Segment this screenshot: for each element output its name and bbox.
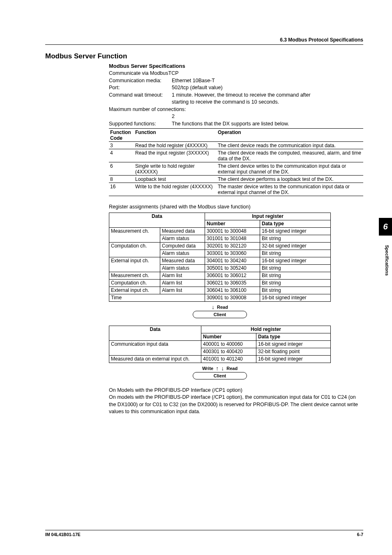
reg-assign-text: Register assignments (shared with the Mo… xyxy=(109,204,363,211)
sub-heading: Modbus Server Specifications xyxy=(109,63,363,69)
table-row: External input ch. Alarm list 306041 to … xyxy=(109,287,331,294)
supported-label: Supported functions: xyxy=(109,120,172,128)
input-register-table: Data Input register Number Data type Mea… xyxy=(109,213,331,302)
table-row: Computation ch. Computed data 302001 to … xyxy=(109,242,331,250)
reg-th-data: Data xyxy=(109,213,205,227)
table-row: Measured data on external input ch. 4010… xyxy=(109,355,331,363)
hold-th-type: Data type xyxy=(256,333,331,340)
table-row: Time 309001 to 309008 16-bit signed inte… xyxy=(109,294,331,301)
read-arrow-diagram: ↓ Read xyxy=(109,304,331,310)
table-row: 6 Single write to hold register (4XXXXX)… xyxy=(109,162,363,176)
table-row: External input ch. Measured data 304001 … xyxy=(109,257,331,264)
table-row: Communication input data 400001 to 40006… xyxy=(109,340,331,348)
function-table: Function Code Function Operation 3 Read … xyxy=(109,128,363,196)
table-row: 16 Write to the hold register (4XXXXX) T… xyxy=(109,183,363,196)
client-bubble: Client xyxy=(193,311,247,318)
hold-th-number: Number xyxy=(201,333,256,340)
table-row: Measurement ch. Alarm list 306001 to 306… xyxy=(109,272,331,279)
cmd-wait-value1: 1 minute. However, the timeout to receiv… xyxy=(172,92,363,99)
write-read-arrow-diagram: Write ↑ ↓ Read xyxy=(109,365,331,371)
arrow-down-icon: ↓ xyxy=(212,304,214,310)
cmd-wait-value2: starting to receive the command is 10 se… xyxy=(172,99,363,106)
read-label: Read xyxy=(217,305,228,310)
comm-media-value: Ethernet 10Base-T xyxy=(172,77,363,85)
reg-th-input: Input register xyxy=(205,213,331,220)
read-label: Read xyxy=(226,366,238,371)
max-conn-value: 2 xyxy=(172,113,363,120)
page-footer: IM 04L41B01-17E 6-7 xyxy=(45,530,363,537)
cmd-wait-label: Command wait timeout: xyxy=(109,92,172,99)
arrow-up-icon: ↑ xyxy=(216,365,219,371)
chapter-tab: 6 xyxy=(379,218,392,236)
hold-register-table: Data Hold register Number Data type Comm… xyxy=(109,326,331,363)
reg-th-type: Data type xyxy=(260,220,331,227)
port-value: 502/tcp (default value) xyxy=(172,84,363,92)
profibus-heading: On Models with the PROFIBUS-DP Interface… xyxy=(109,387,363,394)
table-row: Measurement ch. Measured data 300001 to … xyxy=(109,227,331,235)
client-bubble: Client xyxy=(193,372,247,379)
main-heading: Modbus Server Function xyxy=(45,52,363,60)
profibus-body: On models with the PROFIBUS-DP interface… xyxy=(109,394,363,416)
supported-value: The functions that the DX supports are l… xyxy=(172,120,363,128)
chapter-label: Specifications xyxy=(385,245,390,276)
table-row: Computation ch. Alarm list 306021 to 306… xyxy=(109,279,331,287)
hold-th-hold: Hold register xyxy=(201,326,331,333)
func-th-func: Function xyxy=(134,129,217,142)
hold-th-data: Data xyxy=(109,326,201,340)
func-th-code: Function Code xyxy=(109,129,134,142)
table-row: 3 Read the hold register (4XXXXX) The cl… xyxy=(109,142,363,149)
table-row: 4 Read the input register (3XXXXX) The c… xyxy=(109,149,363,162)
footer-left: IM 04L41B01-17E xyxy=(45,532,81,537)
write-label: Write xyxy=(202,366,213,371)
table-row: 8 Loopback test The client device perfor… xyxy=(109,176,363,183)
comm-media-label: Communication media: xyxy=(109,77,172,85)
intro-text: Communicate via ModbusTCP xyxy=(109,70,363,77)
section-header: 6.3 Modbus Protocol Specifications xyxy=(45,37,363,45)
max-conn-label: Maximum number of connections: xyxy=(109,106,363,113)
func-th-op: Operation xyxy=(217,129,363,142)
reg-th-number: Number xyxy=(205,220,260,227)
chapter-number: 6 xyxy=(379,222,392,231)
arrow-down-icon: ↓ xyxy=(221,365,224,371)
port-label: Port: xyxy=(109,84,172,92)
footer-right: 6-7 xyxy=(357,532,363,537)
